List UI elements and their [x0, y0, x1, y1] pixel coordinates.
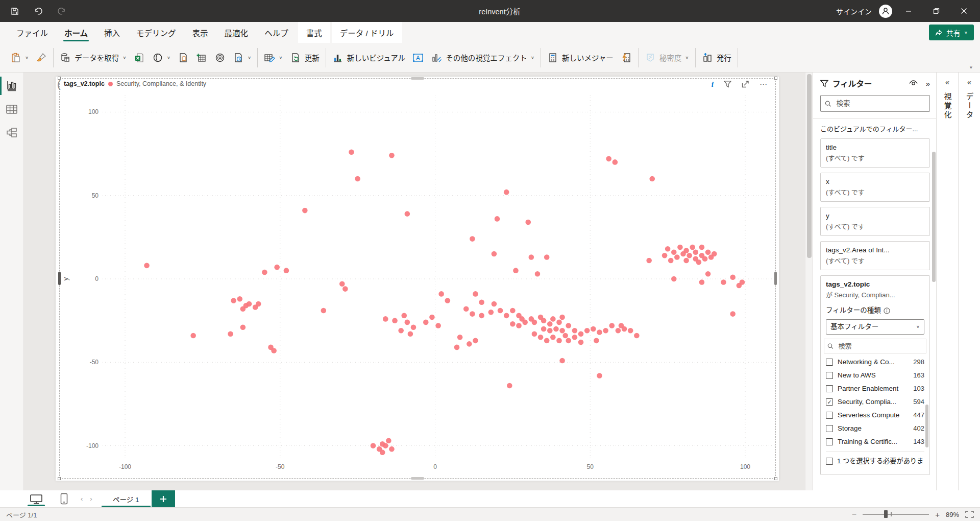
page-tab[interactable]: ページ 1 [102, 490, 151, 507]
checkbox-checked[interactable]: ✓ [826, 398, 833, 406]
scatter-point[interactable] [445, 298, 451, 303]
zoom-out-button[interactable]: − [852, 510, 856, 519]
scatter-point[interactable] [566, 338, 571, 344]
scatter-point[interactable] [463, 306, 469, 312]
scatter-point[interactable] [634, 333, 640, 339]
scatter-point[interactable] [702, 256, 708, 262]
scatter-point[interactable] [504, 313, 509, 319]
paste-button[interactable]: ∨ [10, 52, 29, 63]
format-painter-button[interactable] [36, 52, 47, 63]
filter-card-x[interactable]: x (すべて) です [820, 173, 930, 202]
scatter-point[interactable] [525, 220, 531, 225]
scatter-point[interactable] [522, 320, 528, 325]
filters-search-input[interactable] [836, 99, 925, 108]
filters-search-box[interactable] [820, 95, 930, 112]
scatter-point[interactable] [392, 318, 398, 323]
canvas-scrollbar[interactable] [805, 73, 813, 490]
checkbox[interactable] [826, 412, 833, 419]
dataverse-button[interactable] [214, 52, 226, 63]
scatter-point[interactable] [671, 276, 677, 282]
minimize-button[interactable] [897, 0, 920, 22]
scatter-point[interactable] [470, 236, 475, 242]
filter-card-topic[interactable]: tags_v2.topic が Security, Complian... フィ… [820, 275, 930, 475]
list-scrollbar-thumb[interactable] [925, 405, 928, 447]
scatter-point[interactable] [342, 286, 348, 292]
scatter-point[interactable] [479, 299, 484, 305]
scatter-point[interactable] [438, 291, 444, 297]
scatter-point[interactable] [594, 338, 599, 344]
scatter-point[interactable] [591, 326, 596, 332]
scatter-point[interactable] [274, 265, 280, 270]
scatter-point[interactable] [730, 311, 736, 317]
menu-tab-7[interactable]: 書式 [298, 22, 330, 43]
scatter-point[interactable] [492, 301, 497, 307]
scatter-point[interactable] [529, 254, 534, 260]
scatter-point[interactable] [612, 159, 618, 165]
scatter-point[interactable] [498, 308, 503, 314]
scatter-point[interactable] [355, 176, 360, 182]
scatter-point[interactable] [454, 345, 460, 350]
scatter-point[interactable] [532, 331, 537, 337]
scrollbar-thumb[interactable] [807, 74, 812, 258]
scatter-point[interactable] [435, 323, 441, 328]
scatter-point[interactable] [646, 258, 652, 264]
scatter-point[interactable] [389, 446, 395, 452]
scatter-point[interactable] [473, 338, 478, 344]
scatter-point[interactable] [572, 328, 578, 334]
scatter-point[interactable] [683, 258, 689, 264]
scatter-point[interactable] [721, 279, 726, 285]
scatter-point[interactable] [302, 208, 308, 214]
filter-values-search-box[interactable] [824, 339, 926, 353]
filter-type-dropdown[interactable]: 基本フィルター ∨ [826, 319, 924, 335]
filter-value-row[interactable]: New to AWS163 [826, 369, 924, 382]
menu-tab-4[interactable]: 表示 [184, 22, 216, 43]
scatter-point[interactable] [144, 263, 150, 269]
report-view-button[interactable] [5, 80, 18, 92]
scatter-point[interactable] [405, 320, 410, 325]
checkbox[interactable] [826, 385, 833, 392]
menu-tab-5[interactable]: 最適化 [216, 22, 257, 43]
scatter-point[interactable] [492, 251, 497, 257]
zoom-slider[interactable] [863, 514, 929, 515]
scatter-point[interactable] [553, 326, 559, 332]
more-options-icon[interactable]: ⋯ [760, 80, 768, 89]
scatter-point[interactable] [457, 335, 463, 340]
filter-value-row[interactable]: Partner Enablement103 [826, 382, 924, 395]
filter-value-row[interactable]: Serverless Compute447 [826, 409, 924, 422]
menu-tab-2[interactable]: 挿入 [96, 22, 128, 43]
menu-tab-0[interactable]: ファイル [8, 22, 56, 43]
scatter-point[interactable] [231, 298, 236, 303]
sign-in-button[interactable]: サインイン [836, 6, 872, 16]
restore-button[interactable] [925, 0, 947, 22]
sql-server-button[interactable] [178, 52, 189, 63]
toolbar-overflow-chevron[interactable]: ∨ [969, 65, 976, 69]
scatter-point[interactable] [603, 328, 608, 334]
scatter-point[interactable] [696, 259, 702, 265]
scatter-point[interactable] [693, 249, 699, 255]
scatter-point[interactable] [550, 335, 556, 340]
collapse-pane-icon[interactable]: » [926, 79, 930, 88]
scatter-point[interactable] [597, 329, 602, 335]
scatter-point[interactable] [284, 268, 289, 273]
model-view-button[interactable] [5, 127, 18, 139]
report-canvas[interactable]: ( tags_v2.topic Security, Compliance, & … [24, 73, 805, 490]
scatter-point[interactable] [609, 323, 615, 328]
scatter-point[interactable] [401, 313, 407, 319]
transform-data-button[interactable]: ∨ [264, 52, 282, 63]
menu-tab-6[interactable]: ヘルプ [256, 22, 297, 43]
zoom-slider-thumb[interactable] [884, 510, 888, 518]
scatter-point[interactable] [371, 443, 376, 448]
mobile-view-button[interactable] [56, 490, 71, 507]
zoom-in-button[interactable]: + [935, 510, 940, 519]
checkbox[interactable] [826, 425, 833, 432]
scatter-point[interactable] [470, 311, 475, 317]
scatter-point[interactable] [562, 333, 568, 339]
scatter-point[interactable] [677, 245, 683, 250]
get-data-button[interactable]: データを取得 ∨ [60, 52, 126, 63]
new-visual-button[interactable]: 新しいビジュアル [332, 52, 406, 63]
scatter-point[interactable] [544, 254, 550, 260]
scatter-point[interactable] [411, 324, 416, 330]
filter-value-row[interactable]: Storage402 [826, 422, 924, 435]
scatter-point[interactable] [556, 320, 562, 325]
require-selection-row[interactable]: 1 つを選択する必要がありま [826, 452, 924, 470]
